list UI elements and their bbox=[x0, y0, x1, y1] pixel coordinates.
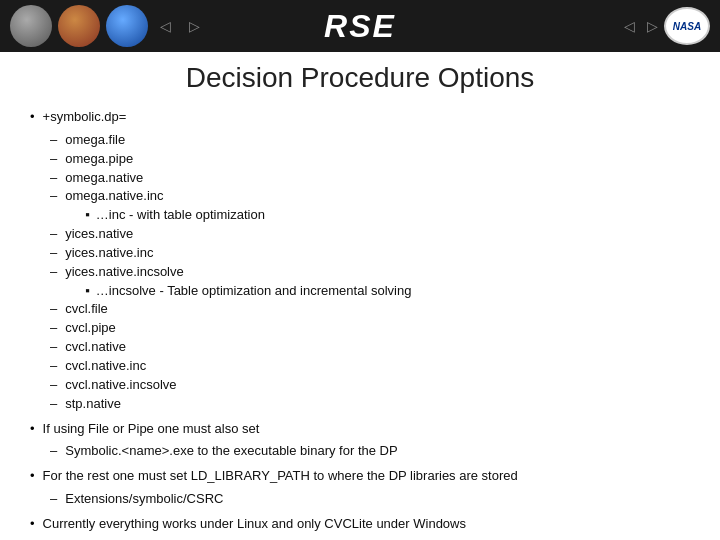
item-label: omega.native bbox=[65, 169, 143, 188]
header-right: ◁ ▷ NASA bbox=[618, 7, 710, 45]
item-label: cvcl.native bbox=[65, 338, 126, 357]
list-item: –cvcl.native.inc bbox=[50, 357, 690, 376]
bullet-dot-2: • bbox=[30, 421, 35, 436]
list-item: –stp.native bbox=[50, 395, 690, 414]
dash-icon: – bbox=[50, 338, 57, 357]
nav-arrow-left[interactable]: ◁ bbox=[624, 18, 635, 34]
item-label: cvcl.native.inc bbox=[65, 357, 146, 376]
list-item: – omega.native.inc ▪…inc - with table op… bbox=[50, 187, 690, 225]
dash-icon: – bbox=[50, 395, 57, 414]
top-bullet-3: • For the rest one must set LD_LIBRARY_P… bbox=[30, 467, 690, 486]
list-item: –Symbolic.<name>.exe to the executable b… bbox=[50, 442, 690, 461]
planet-gray-icon bbox=[10, 5, 52, 47]
top-bullet-1: • +symbolic.dp= bbox=[30, 108, 690, 127]
item-label: cvcl.file bbox=[65, 300, 108, 319]
list-item: –yices.native bbox=[50, 225, 690, 244]
nasa-logo: NASA bbox=[664, 7, 710, 45]
bullet-dot-4: • bbox=[30, 516, 35, 531]
main-content: Decision Procedure Options • +symbolic.d… bbox=[0, 52, 720, 540]
bullet-3-children: –Extensions/symbolic/CSRC bbox=[30, 490, 690, 509]
dash-icon: – bbox=[50, 376, 57, 395]
sub-list-item: ▪…inc - with table optimization bbox=[85, 206, 265, 225]
list-item: –omega.file bbox=[50, 131, 690, 150]
item-label: cvcl.pipe bbox=[65, 319, 116, 338]
item-label: omega.native.inc bbox=[65, 188, 163, 203]
list-item: –Extensions/symbolic/CSRC bbox=[50, 490, 690, 509]
bullet-section-3: • For the rest one must set LD_LIBRARY_P… bbox=[30, 467, 690, 509]
dash-icon: – bbox=[50, 263, 57, 282]
item-label: yices.native.incsolve bbox=[65, 264, 184, 279]
sub-dot-icon: ▪ bbox=[85, 282, 90, 301]
bullet-1-label: +symbolic.dp= bbox=[43, 108, 127, 127]
item-label: stp.native bbox=[65, 395, 121, 414]
dash-icon: – bbox=[50, 300, 57, 319]
chevron-right-decor: ▷ bbox=[189, 18, 200, 34]
item-label: cvcl.native.incsolve bbox=[65, 376, 176, 395]
sub-bullet-list: ▪…incsolve - Table optimization and incr… bbox=[65, 282, 411, 301]
header-left: ◁ ▷ bbox=[10, 5, 206, 47]
dash-icon: – bbox=[50, 244, 57, 263]
item-with-sub: omega.native.inc ▪…inc - with table opti… bbox=[65, 187, 265, 225]
list-item: –cvcl.native.incsolve bbox=[50, 376, 690, 395]
bullet-section-1: • +symbolic.dp= –omega.file –omega.pipe … bbox=[30, 108, 690, 414]
planet-red-icon bbox=[58, 5, 100, 47]
bullet-2-children: –Symbolic.<name>.exe to the executable b… bbox=[30, 442, 690, 461]
top-bullet-4: • Currently everything works under Linux… bbox=[30, 515, 690, 534]
bullet-2-label: If using File or Pipe one must also set bbox=[43, 420, 260, 439]
dash-icon: – bbox=[50, 187, 57, 206]
dash-icon: – bbox=[50, 319, 57, 338]
item-label: yices.native bbox=[65, 225, 133, 244]
page-title: Decision Procedure Options bbox=[30, 62, 690, 94]
item-label: yices.native.inc bbox=[65, 244, 153, 263]
sub-list-item: ▪…incsolve - Table optimization and incr… bbox=[85, 282, 411, 301]
sub-item-label: …inc - with table optimization bbox=[96, 206, 265, 225]
bullet-section-4: • Currently everything works under Linux… bbox=[30, 515, 690, 540]
item-with-sub: yices.native.incsolve ▪…incsolve - Table… bbox=[65, 263, 411, 301]
list-item: –cvcl.file bbox=[50, 300, 690, 319]
top-bullet-2: • If using File or Pipe one must also se… bbox=[30, 420, 690, 439]
dash-icon: – bbox=[50, 169, 57, 188]
sub-item-label: …incsolve - Table optimization and incre… bbox=[96, 282, 412, 301]
nav-arrow-right[interactable]: ▷ bbox=[647, 18, 658, 34]
bullet-section-2: • If using File or Pipe one must also se… bbox=[30, 420, 690, 462]
header: ◁ ▷ RSE ◁ ▷ NASA bbox=[0, 0, 720, 52]
dash-icon: – bbox=[50, 442, 57, 461]
list-item: –yices.native.inc bbox=[50, 244, 690, 263]
bullet-1-children: –omega.file –omega.pipe –omega.native – … bbox=[30, 131, 690, 414]
dash-icon: – bbox=[50, 225, 57, 244]
sub-dot-icon: ▪ bbox=[85, 206, 90, 225]
chevron-left-decor: ◁ bbox=[160, 18, 171, 34]
dash-icon: – bbox=[50, 150, 57, 169]
item-label: Symbolic.<name>.exe to the executable bi… bbox=[65, 442, 397, 461]
planet-blue-icon bbox=[106, 5, 148, 47]
bullet-4-label: Currently everything works under Linux a… bbox=[43, 515, 466, 534]
bullet-3-label: For the rest one must set LD_LIBRARY_PAT… bbox=[43, 467, 518, 486]
item-label: omega.pipe bbox=[65, 150, 133, 169]
list-item: –omega.pipe bbox=[50, 150, 690, 169]
item-label: omega.file bbox=[65, 131, 125, 150]
rse-logo: RSE bbox=[324, 8, 396, 45]
list-item: –cvcl.pipe bbox=[50, 319, 690, 338]
dash-icon: – bbox=[50, 357, 57, 376]
list-item: – yices.native.incsolve ▪…incsolve - Tab… bbox=[50, 263, 690, 301]
item-label: Extensions/symbolic/CSRC bbox=[65, 490, 223, 509]
list-item: –omega.native bbox=[50, 169, 690, 188]
dash-icon: – bbox=[50, 131, 57, 150]
bullet-dot-1: • bbox=[30, 109, 35, 124]
sub-bullet-list: ▪…inc - with table optimization bbox=[65, 206, 265, 225]
dash-icon: – bbox=[50, 490, 57, 509]
rse-logo-text: RSE bbox=[324, 8, 396, 44]
bullet-dot-3: • bbox=[30, 468, 35, 483]
list-item: –cvcl.native bbox=[50, 338, 690, 357]
